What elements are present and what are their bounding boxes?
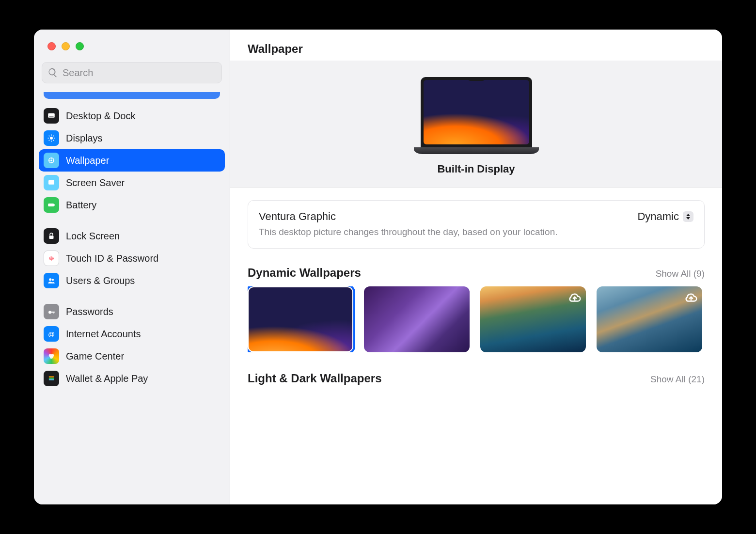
svg-rect-25 <box>54 312 55 314</box>
window-controls <box>34 42 230 50</box>
svg-line-8 <box>53 140 54 141</box>
svg-point-13 <box>51 157 52 158</box>
sidebar-item-label: Internet Accounts <box>66 329 141 340</box>
svg-rect-30 <box>49 377 54 377</box>
svg-rect-18 <box>48 204 54 206</box>
svg-rect-32 <box>49 379 54 380</box>
svg-line-7 <box>49 136 50 137</box>
content-area: Ventura Graphic This desktop picture cha… <box>230 188 722 405</box>
svg-point-16 <box>53 160 54 161</box>
display-preview: Built-in Display <box>230 61 722 188</box>
sidebar-item-label: Lock Screen <box>66 231 120 242</box>
laptop-base <box>414 147 539 154</box>
svg-point-29 <box>50 356 53 359</box>
sidebar: Desktop & DockDisplaysWallpaperScreen Sa… <box>34 30 230 504</box>
main-content: Wallpaper Built-in Display Ventura Graph… <box>230 30 722 504</box>
sidebar-nav: Desktop & DockDisplaysWallpaperScreen Sa… <box>34 92 230 398</box>
sidebar-item-desktop-dock[interactable]: Desktop & Dock <box>39 105 225 127</box>
at-icon: @ <box>44 326 59 342</box>
svg-rect-1 <box>49 117 54 118</box>
download-icon <box>684 290 698 305</box>
sidebar-item-label: Battery <box>66 200 96 211</box>
laptop-screen <box>421 77 532 147</box>
current-wallpaper-text: Ventura Graphic This desktop picture cha… <box>259 210 628 238</box>
close-window-button[interactable] <box>47 42 56 50</box>
sidebar-item-label: Wallet & Apple Pay <box>66 373 148 384</box>
svg-line-9 <box>49 140 50 141</box>
displays-icon <box>44 130 59 146</box>
wallpaper-mode-value: Dynamic <box>637 210 679 223</box>
svg-point-15 <box>48 160 49 161</box>
svg-point-21 <box>49 278 51 281</box>
current-wallpaper-description: This desktop picture changes throughout … <box>259 226 569 238</box>
sidebar-item-label: Desktop & Dock <box>66 110 135 122</box>
wallpaper-thumbnail[interactable] <box>364 286 470 352</box>
touchid-icon <box>44 251 59 266</box>
sidebar-item-label: Screen Saver <box>66 177 125 188</box>
page-title: Wallpaper <box>230 30 722 61</box>
svg-point-2 <box>50 137 53 140</box>
svg-rect-17 <box>48 180 54 185</box>
svg-rect-20 <box>49 236 54 239</box>
search-icon <box>47 67 58 78</box>
sidebar-item-touch-id-password[interactable]: Touch ID & Password <box>39 247 225 269</box>
svg-point-22 <box>52 279 54 281</box>
search-input[interactable] <box>42 62 222 83</box>
wallpaper-mode-select[interactable]: Dynamic <box>637 210 693 223</box>
section-title: Light & Dark Wallpapers <box>248 372 382 385</box>
svg-line-10 <box>53 136 54 137</box>
wallpaper-icon <box>44 153 59 168</box>
wallpaper-thumbnail[interactable] <box>248 286 353 352</box>
svg-point-12 <box>50 159 52 161</box>
wallpaper-thumbnail[interactable] <box>597 286 702 352</box>
gamecenter-icon <box>44 348 59 364</box>
screensaver-icon <box>44 175 59 190</box>
wallpaper-thumbnail[interactable] <box>480 286 586 352</box>
sidebar-item-wallet-apple-pay[interactable]: Wallet & Apple Pay <box>39 367 225 390</box>
wallpaper-row <box>248 286 705 352</box>
sidebar-item-internet-accounts[interactable]: @Internet Accounts <box>39 323 225 345</box>
settings-window: Desktop & DockDisplaysWallpaperScreen Sa… <box>34 30 722 504</box>
current-wallpaper-name: Ventura Graphic <box>259 210 628 223</box>
sidebar-item-battery[interactable]: Battery <box>39 194 225 216</box>
svg-text:@: @ <box>48 330 54 338</box>
svg-point-14 <box>51 162 52 163</box>
wallet-icon <box>44 371 59 386</box>
fullscreen-window-button[interactable] <box>76 42 84 50</box>
sidebar-item-game-center[interactable]: Game Center <box>39 345 225 367</box>
chevron-updown-icon <box>683 211 693 222</box>
svg-point-23 <box>48 311 51 314</box>
battery-icon <box>44 197 59 213</box>
sidebar-item-passwords[interactable]: Passwords <box>39 300 225 323</box>
current-wallpaper-card: Ventura Graphic This desktop picture cha… <box>248 200 705 249</box>
key-icon <box>44 304 59 319</box>
laptop-preview <box>421 77 532 154</box>
section-header: Light & Dark WallpapersShow All (21) <box>248 372 705 385</box>
section-header: Dynamic WallpapersShow All (9) <box>248 266 705 280</box>
sidebar-item-screen-saver[interactable]: Screen Saver <box>39 172 225 194</box>
sidebar-item-partial[interactable] <box>44 92 220 99</box>
sidebar-item-label: Wallpaper <box>66 155 109 166</box>
lock-icon <box>44 228 59 244</box>
svg-rect-31 <box>49 378 54 379</box>
show-all-button[interactable]: Show All (9) <box>656 268 705 279</box>
sidebar-item-label: Passwords <box>66 306 113 317</box>
search-wrap <box>42 62 222 83</box>
minimize-window-button[interactable] <box>62 42 70 50</box>
sidebar-item-label: Users & Groups <box>66 275 135 286</box>
sidebar-item-lock-screen[interactable]: Lock Screen <box>39 225 225 247</box>
display-name: Built-in Display <box>437 163 515 175</box>
desktop-dock-icon <box>44 108 59 124</box>
download-icon <box>567 290 582 305</box>
svg-rect-19 <box>54 204 55 206</box>
sidebar-item-wallpaper[interactable]: Wallpaper <box>39 149 225 172</box>
wallpaper-preview-image <box>424 80 529 144</box>
sidebar-item-label: Touch ID & Password <box>66 253 158 264</box>
sidebar-item-label: Displays <box>66 133 103 144</box>
show-all-button[interactable]: Show All (21) <box>650 374 705 385</box>
users-icon <box>44 273 59 288</box>
section-title: Dynamic Wallpapers <box>248 266 361 280</box>
sidebar-item-displays[interactable]: Displays <box>39 127 225 149</box>
sidebar-item-label: Game Center <box>66 351 124 362</box>
sidebar-item-users-groups[interactable]: Users & Groups <box>39 269 225 292</box>
